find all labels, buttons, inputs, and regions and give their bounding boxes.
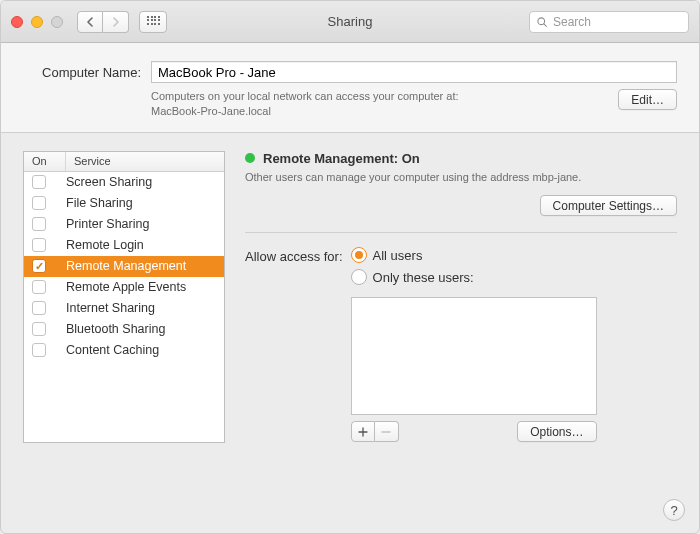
service-label: Internet Sharing <box>66 301 155 315</box>
service-checkbox[interactable] <box>32 301 46 315</box>
service-row[interactable]: Printer Sharing <box>24 214 224 235</box>
service-checkbox[interactable] <box>32 175 46 189</box>
search-field[interactable] <box>529 11 689 33</box>
service-checkbox[interactable] <box>32 217 46 231</box>
service-row[interactable]: Remote Login <box>24 235 224 256</box>
service-checkbox[interactable] <box>32 238 46 252</box>
radio-icon <box>351 269 367 285</box>
radio-all-users[interactable]: All users <box>351 247 597 263</box>
service-checkbox[interactable] <box>32 259 46 273</box>
add-remove-group <box>351 421 399 442</box>
radio-only-users[interactable]: Only these users: <box>351 269 597 285</box>
plus-icon <box>358 427 368 437</box>
window-controls <box>11 16 63 28</box>
edit-button[interactable]: Edit… <box>618 89 677 110</box>
options-button[interactable]: Options… <box>517 421 596 442</box>
users-list[interactable] <box>351 297 597 415</box>
chevron-left-icon <box>86 17 94 27</box>
services-list[interactable]: Screen SharingFile SharingPrinter Sharin… <box>24 172 224 442</box>
zoom-window-icon <box>51 16 63 28</box>
service-label: Remote Apple Events <box>66 280 186 294</box>
service-row[interactable]: Remote Management <box>24 256 224 277</box>
chevron-right-icon <box>112 17 120 27</box>
close-window-icon[interactable] <box>11 16 23 28</box>
computer-settings-button[interactable]: Computer Settings… <box>540 195 677 216</box>
minus-icon <box>381 427 391 437</box>
access-label: Allow access for: <box>245 247 343 264</box>
status-indicator-icon <box>245 153 255 163</box>
add-user-button[interactable] <box>351 421 375 442</box>
access-section: Allow access for: All users Only these u… <box>245 247 677 442</box>
search-input[interactable] <box>553 15 682 29</box>
services-header: On Service <box>24 152 224 172</box>
col-header-service[interactable]: Service <box>66 152 224 171</box>
status-title: Remote Management: On <box>263 151 420 166</box>
grid-icon <box>147 16 159 28</box>
service-checkbox[interactable] <box>32 343 46 357</box>
computer-name-caption: Computers on your local network can acce… <box>151 89 604 120</box>
caption-line-1: Computers on your local network can acce… <box>151 90 459 102</box>
services-table: On Service Screen SharingFile SharingPri… <box>23 151 225 443</box>
search-icon <box>536 16 548 28</box>
service-label: Remote Management <box>66 259 186 273</box>
computer-name-label: Computer Name: <box>23 65 141 80</box>
help-button[interactable]: ? <box>663 499 685 521</box>
service-checkbox[interactable] <box>32 196 46 210</box>
service-label: Content Caching <box>66 343 159 357</box>
service-row[interactable]: Content Caching <box>24 340 224 361</box>
back-button[interactable] <box>77 11 103 33</box>
service-row[interactable]: Bluetooth Sharing <box>24 319 224 340</box>
service-label: Bluetooth Sharing <box>66 322 165 336</box>
service-row[interactable]: File Sharing <box>24 193 224 214</box>
svg-line-1 <box>544 23 547 26</box>
service-checkbox[interactable] <box>32 280 46 294</box>
radio-icon <box>351 247 367 263</box>
nav-buttons <box>77 11 129 33</box>
show-all-button[interactable] <box>139 11 167 33</box>
computer-name-section: Computer Name: Computers on your local n… <box>1 43 699 133</box>
service-row[interactable]: Internet Sharing <box>24 298 224 319</box>
status-description: Other users can manage your computer usi… <box>245 170 605 185</box>
divider <box>245 232 677 233</box>
caption-line-2: MacBook-Pro-Jane.local <box>151 105 271 117</box>
service-label: Screen Sharing <box>66 175 152 189</box>
computer-name-input[interactable] <box>151 61 677 83</box>
minimize-window-icon[interactable] <box>31 16 43 28</box>
service-checkbox[interactable] <box>32 322 46 336</box>
service-row[interactable]: Screen Sharing <box>24 172 224 193</box>
service-row[interactable]: Remote Apple Events <box>24 277 224 298</box>
forward-button <box>103 11 129 33</box>
col-header-on[interactable]: On <box>24 152 66 171</box>
radio-all-label: All users <box>373 248 423 263</box>
main-content: On Service Screen SharingFile SharingPri… <box>1 133 699 533</box>
service-label: Printer Sharing <box>66 217 149 231</box>
detail-pane: Remote Management: On Other users can ma… <box>245 151 677 533</box>
radio-only-label: Only these users: <box>373 270 474 285</box>
titlebar: Sharing <box>1 1 699 43</box>
service-label: File Sharing <box>66 196 133 210</box>
service-label: Remote Login <box>66 238 144 252</box>
remove-user-button <box>375 421 399 442</box>
status-line: Remote Management: On <box>245 151 677 166</box>
